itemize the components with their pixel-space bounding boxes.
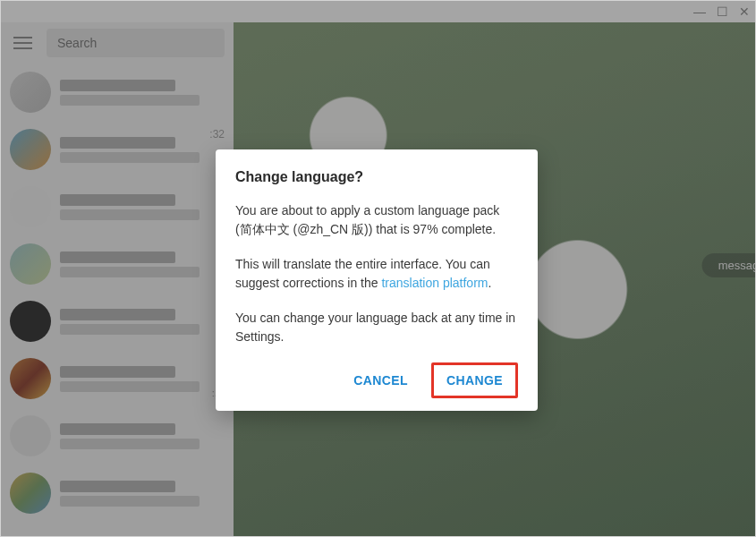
dialog-title: Change language? (235, 169, 518, 185)
highlight-annotation: CHANGE (431, 362, 518, 398)
dialog-p2: This will translate the entire interface… (235, 255, 518, 293)
cancel-button[interactable]: CANCEL (341, 365, 420, 396)
dialog-p3: You can change your language back at any… (235, 309, 518, 346)
dialog-body: You are about to apply a custom language… (235, 201, 518, 346)
change-button[interactable]: CHANGE (434, 365, 515, 396)
translation-platform-link[interactable]: translation platform (381, 276, 488, 290)
dialog-p1: You are about to apply a custom language… (235, 201, 518, 239)
dialog-actions: CANCEL CHANGE (235, 362, 518, 398)
window: — ☐ ✕ (0, 0, 756, 537)
change-language-dialog: Change language? You are about to apply … (216, 149, 538, 411)
